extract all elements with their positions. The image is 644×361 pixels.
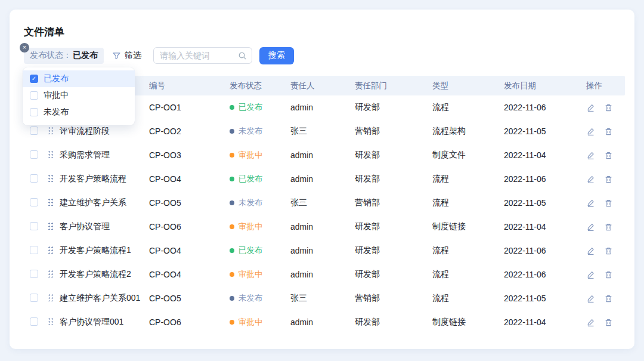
row-checkbox[interactable] [30,126,38,135]
row-checkbox[interactable] [30,270,38,278]
cell-date: 2022-11-06 [504,174,586,184]
status-filter-tag[interactable]: × 发布状态： 已发布 [24,48,104,64]
cell-status: 审批中 [230,221,290,232]
cell-status: 未发布 [230,198,290,208]
row-checkbox[interactable] [30,198,38,206]
cell-dept: 营销部 [355,126,432,137]
cell-date: 2022-11-04 [504,222,586,232]
edit-pencil-icon[interactable] [586,127,595,136]
drag-handle-icon[interactable] [48,174,54,182]
drag-handle-icon[interactable] [48,270,54,277]
edit-pencil-icon[interactable] [586,199,595,208]
file-list-card: 文件清单 × 发布状态： 已发布 筛选 搜索 名称 编号 发布状态 责任人 责任… [10,10,634,349]
cell-type: 制度文件 [432,150,504,161]
row-checkbox[interactable] [30,174,38,183]
column-header-type: 类型 [432,81,504,91]
cell-owner: admin [290,150,355,160]
edit-pencil-icon[interactable] [586,223,595,232]
edit-pencil-icon[interactable] [586,246,595,255]
search-button[interactable]: 搜索 [259,47,294,64]
edit-pencil-icon[interactable] [586,175,595,184]
checkbox-icon[interactable] [30,108,38,116]
dropdown-option[interactable]: ✓ 已发布 [23,70,135,87]
table-row: 建立维护客户关系 CP-OO5 未发布 张三 营销部 流程 2022-11-05 [24,191,625,215]
close-icon[interactable]: × [20,43,29,53]
row-checkbox[interactable] [30,246,38,254]
table-row: 建立维护客户关系001 CP-OO5 未发布 张三 营销部 流程 2022-11… [24,286,625,310]
column-header-code: 编号 [149,81,230,91]
status-dot-icon [230,224,234,229]
trash-icon[interactable] [604,175,613,184]
cell-owner: admin [290,270,355,279]
status-dot-icon [230,105,234,110]
cell-date: 2022-11-06 [504,103,586,112]
dropdown-option[interactable]: 未发布 [23,104,135,121]
cell-type: 流程架构 [432,126,504,137]
drag-handle-icon[interactable] [48,294,54,301]
edit-pencil-icon[interactable] [586,270,595,279]
filter-button[interactable]: 筛选 [112,50,141,61]
filter-tag-label: 发布状态： [30,50,72,61]
drag-handle-icon[interactable] [48,317,54,325]
cell-owner: 张三 [290,293,355,304]
cell-dept: 研发部 [355,245,432,256]
edit-pencil-icon[interactable] [586,103,595,112]
dropdown-option[interactable]: 审批中 [23,87,135,104]
drag-handle-icon[interactable] [48,198,54,206]
status-dot-icon [230,153,234,158]
status-dot-icon [230,248,234,253]
status-label: 审批中 [239,269,263,280]
table-row: 开发客户策略流程 CP-OO4 已发布 admin 研发部 流程 2022-11… [24,167,625,191]
trash-icon[interactable] [604,294,613,303]
status-label: 审批中 [239,317,263,328]
cell-type: 流程 [432,174,504,184]
search-box [153,47,252,64]
trash-icon[interactable] [604,151,613,160]
table-body: CP-OO1 已发布 admin 研发部 流程 2022-11-06 评审流程阶… [24,95,625,334]
cell-name: 建立维护客户关系001 [60,293,149,304]
trash-icon[interactable] [604,223,613,232]
checkbox-icon[interactable] [30,91,38,100]
cell-name: 采购需求管理 [60,150,149,161]
drag-handle-icon[interactable] [48,246,54,254]
trash-icon[interactable] [604,103,613,112]
cell-type: 流程 [432,245,504,256]
trash-icon[interactable] [604,318,613,327]
cell-code: CP-OO4 [149,270,230,279]
filter-button-label: 筛选 [125,50,141,61]
status-label: 审批中 [239,221,263,232]
drag-handle-icon[interactable] [48,126,54,134]
drag-handle-icon[interactable] [48,222,54,230]
cell-status: 未发布 [230,126,290,137]
status-filter-dropdown: ✓ 已发布 审批中 未发布 [23,67,135,125]
trash-icon[interactable] [604,199,613,208]
table-row: 开发客户策略流程2 CP-OO4 审批中 admin 研发部 流程 2022-1… [24,263,625,286]
table-row: 客户协议管理001 CP-OO6 审批中 admin 研发部 制度链接 2022… [24,310,625,334]
drag-handle-icon[interactable] [48,150,54,158]
cell-type: 流程 [432,102,504,113]
trash-icon[interactable] [604,246,613,255]
page-title: 文件清单 [24,25,64,39]
cell-date: 2022-11-04 [504,150,586,160]
edit-pencil-icon[interactable] [586,318,595,327]
cell-status: 已发布 [230,174,290,184]
cell-status: 审批中 [230,317,290,328]
cell-date: 2022-11-04 [504,317,586,327]
trash-icon[interactable] [604,127,613,136]
cell-code: CP-OO5 [149,294,230,303]
edit-pencil-icon[interactable] [586,294,595,303]
cell-type: 流程 [432,269,504,280]
row-checkbox[interactable] [30,150,38,159]
row-checkbox[interactable] [30,222,38,230]
cell-owner: 张三 [290,126,355,137]
checkbox-icon[interactable]: ✓ [30,75,38,83]
edit-pencil-icon[interactable] [586,151,595,160]
trash-icon[interactable] [604,270,613,279]
row-checkbox[interactable] [30,294,38,302]
row-checkbox[interactable] [30,317,38,326]
cell-date: 2022-11-06 [504,246,586,255]
toolbar: × 发布状态： 已发布 筛选 搜索 [24,47,294,64]
cell-owner: admin [290,246,355,255]
search-icon [238,51,247,60]
cell-name: 开发客户策略流程 [60,174,149,184]
